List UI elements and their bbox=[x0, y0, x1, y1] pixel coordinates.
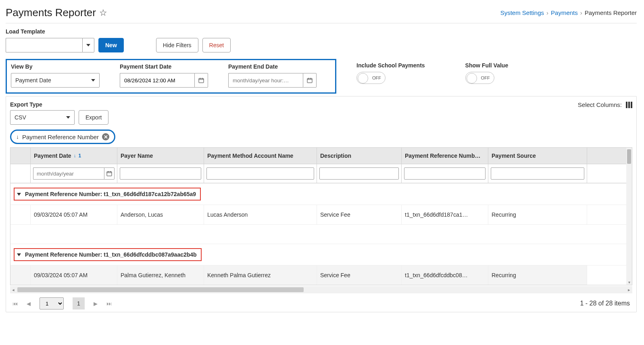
page-title: Payments Reporter bbox=[6, 6, 96, 19]
show-full-label: Show Full Value bbox=[465, 62, 509, 69]
payment-end-input[interactable] bbox=[228, 73, 303, 88]
favorite-star-icon[interactable]: ☆ bbox=[99, 8, 107, 18]
pager-last-icon[interactable]: ⏭ bbox=[106, 301, 112, 307]
vertical-scrollbar[interactable]: ▾ bbox=[626, 148, 632, 285]
svg-rect-2 bbox=[107, 171, 112, 176]
table-row[interactable]: 09/03/2024 05:07 AM Palma Gutierrez, Ken… bbox=[10, 266, 632, 285]
cell-payment-date: 09/03/2024 05:07 AM bbox=[31, 205, 117, 224]
group-label: Payment Reference Number: t1_txn_66d6dfc… bbox=[25, 251, 197, 258]
cell-payer-name: Palma Gutierrez, Kenneth bbox=[117, 266, 204, 285]
export-type-select[interactable]: CSV bbox=[10, 110, 75, 125]
chevron-down-icon bbox=[86, 44, 90, 46]
pager-prev-icon[interactable]: ◀ bbox=[27, 301, 31, 307]
include-school-label: Include School Payments bbox=[356, 62, 425, 69]
data-grid: Payment Date ↓ 1 Payer Name Payment Meth… bbox=[10, 147, 632, 285]
filter-account-name[interactable] bbox=[206, 167, 314, 180]
calendar-icon bbox=[106, 170, 113, 177]
cell-description: Service Fee bbox=[317, 205, 402, 224]
group-highlight-box: Payment Reference Number: t1_txn_66d6dfd… bbox=[14, 188, 201, 201]
table-row[interactable]: 09/03/2024 05:07 AM Anderson, Lucas Luca… bbox=[10, 205, 632, 224]
chip-label: Payment Reference Number bbox=[22, 134, 99, 140]
toggle-off-text: OFF bbox=[372, 75, 381, 80]
filter-date-calendar-button[interactable] bbox=[104, 167, 115, 180]
sort-down-icon: ↓ bbox=[16, 134, 19, 140]
col-header-payment-date[interactable]: Payment Date ↓ 1 bbox=[31, 148, 117, 164]
cell-reference: t1_txn_66d6dfd187ca1… bbox=[402, 205, 488, 224]
spacer-row bbox=[10, 224, 632, 244]
breadcrumb-link-payments[interactable]: Payments bbox=[551, 9, 578, 16]
cell-reference: t1_txn_66d6dfcddbc08… bbox=[402, 266, 488, 285]
breadcrumb-link-system-settings[interactable]: System Settings bbox=[500, 9, 544, 16]
reset-button[interactable]: Reset bbox=[202, 38, 231, 52]
group-highlight-box: Payment Reference Number: t1_txn_66d6dfc… bbox=[14, 248, 202, 261]
collapse-icon[interactable] bbox=[17, 253, 21, 256]
cell-source: Recurring bbox=[488, 266, 587, 285]
view-by-label: View By bbox=[11, 63, 100, 70]
cell-account-name: Kenneth Palma Gutierrez bbox=[204, 266, 317, 285]
payment-start-input[interactable] bbox=[120, 73, 194, 88]
cell-payer-name: Anderson, Lucas bbox=[117, 205, 204, 224]
toggle-section: Include School Payments OFF Show Full Va… bbox=[336, 59, 508, 89]
hide-filters-button[interactable]: Hide Filters bbox=[156, 38, 198, 52]
sort-priority: 1 bbox=[79, 153, 81, 159]
filter-reference[interactable] bbox=[404, 167, 486, 180]
page-header: Payments Reporter ☆ System Settings › Pa… bbox=[6, 4, 637, 23]
scroll-down-icon[interactable]: ▾ bbox=[626, 279, 632, 285]
horizontal-scrollbar[interactable]: ◂ ▸ bbox=[10, 286, 632, 293]
col-header-payment-method-account[interactable]: Payment Method Account Name bbox=[204, 148, 317, 164]
calendar-icon bbox=[306, 77, 313, 84]
columns-icon[interactable] bbox=[626, 102, 632, 108]
payment-start-calendar-button[interactable] bbox=[194, 73, 208, 88]
pager-info: 1 - 28 of 28 items bbox=[580, 300, 630, 307]
breadcrumb: System Settings › Payments › Payments Re… bbox=[500, 9, 637, 16]
select-columns-label: Select Columns: bbox=[578, 101, 622, 108]
scroll-right-icon[interactable]: ▸ bbox=[626, 286, 632, 293]
grid-container: Export Type CSV Export Select Columns: ↓… bbox=[6, 96, 637, 312]
svg-rect-0 bbox=[199, 78, 204, 83]
toggle-off-text: OFF bbox=[481, 75, 490, 80]
sort-down-icon: ↓ bbox=[74, 153, 76, 159]
pager-page-select[interactable]: 1 bbox=[40, 297, 64, 309]
filter-payer-name[interactable] bbox=[120, 167, 201, 180]
payment-end-input-group bbox=[228, 73, 317, 88]
load-template-combo[interactable] bbox=[6, 38, 94, 52]
export-type-value: CSV bbox=[15, 114, 26, 121]
pager: ⏮ ◀ 1 1 ▶ ⏭ 1 - 28 of 28 items bbox=[10, 293, 632, 312]
view-by-select[interactable]: Payment Date bbox=[11, 73, 100, 88]
export-button[interactable]: Export bbox=[79, 110, 108, 125]
col-header-payment-reference[interactable]: Payment Reference Numb… bbox=[402, 148, 488, 164]
export-type-label: Export Type bbox=[10, 101, 108, 108]
chip-remove-icon[interactable]: ✕ bbox=[102, 133, 109, 140]
filter-description[interactable] bbox=[319, 167, 399, 180]
grid-filter-row bbox=[10, 164, 632, 183]
pager-current-page: 1 bbox=[73, 297, 85, 309]
group-chip-payment-reference[interactable]: ↓ Payment Reference Number ✕ bbox=[10, 130, 115, 144]
scroll-left-icon[interactable]: ◂ bbox=[10, 286, 17, 293]
breadcrumb-current: Payments Reporter bbox=[585, 9, 637, 16]
load-template-dropdown-btn[interactable] bbox=[82, 38, 94, 52]
include-school-toggle[interactable]: OFF bbox=[356, 72, 386, 84]
show-full-toggle[interactable]: OFF bbox=[465, 72, 494, 84]
load-template-label: Load Template bbox=[6, 28, 637, 35]
pager-first-icon[interactable]: ⏮ bbox=[13, 301, 18, 307]
payment-start-input-group bbox=[120, 73, 208, 88]
filter-payment-date[interactable] bbox=[33, 167, 104, 180]
collapse-icon[interactable] bbox=[17, 193, 21, 196]
expand-col-header bbox=[10, 148, 31, 164]
group-header-row: Payment Reference Number: t1_txn_66d6dfd… bbox=[10, 183, 632, 205]
group-header-row: Payment Reference Number: t1_txn_66d6dfc… bbox=[10, 244, 632, 266]
cell-description: Service Fee bbox=[317, 266, 402, 285]
new-button[interactable]: New bbox=[98, 38, 124, 52]
col-header-payment-source[interactable]: Payment Source bbox=[488, 148, 587, 164]
cell-account-name: Lucas Anderson bbox=[204, 205, 317, 224]
col-header-payer-name[interactable]: Payer Name bbox=[117, 148, 204, 164]
filter-source[interactable] bbox=[491, 167, 584, 180]
load-template-input[interactable] bbox=[6, 38, 82, 52]
payment-end-calendar-button[interactable] bbox=[303, 73, 317, 88]
payment-end-label: Payment End Date bbox=[228, 63, 317, 70]
svg-rect-1 bbox=[307, 78, 312, 83]
col-header-description[interactable]: Description bbox=[317, 148, 402, 164]
cell-payment-date: 09/03/2024 05:07 AM bbox=[31, 266, 117, 285]
cell-source: Recurring bbox=[488, 205, 587, 224]
pager-next-icon[interactable]: ▶ bbox=[94, 301, 98, 307]
